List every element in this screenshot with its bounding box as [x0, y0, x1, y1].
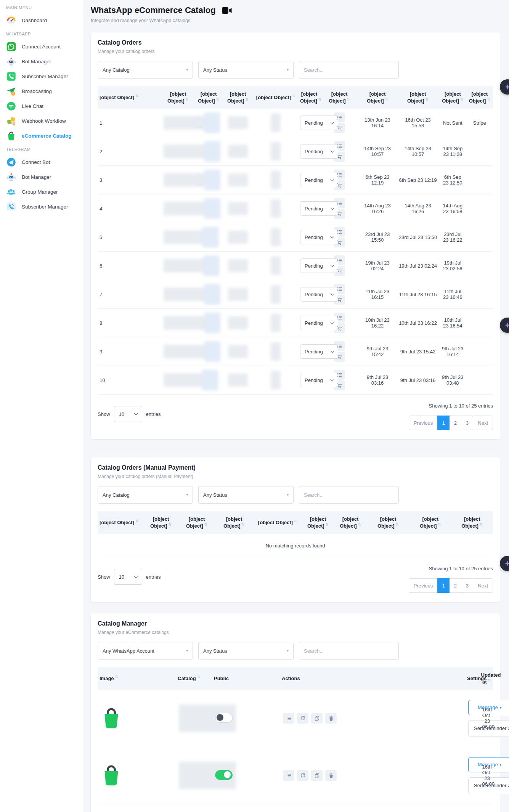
- catalog-filter-select[interactable]: Any Catalog ▾: [98, 61, 193, 79]
- column-header[interactable]: Public⇅: [212, 667, 280, 690]
- table-header-row: [object Object]⇅[object Object]⇅[object …: [98, 86, 493, 109]
- buyer-blurred: [204, 112, 220, 133]
- next-page-button[interactable]: Next: [473, 578, 493, 593]
- status-filter-select[interactable]: Any Status ▾: [198, 486, 294, 504]
- column-header[interactable]: [object Object]⇅: [358, 86, 397, 109]
- column-header[interactable]: [object Object]⇅: [397, 86, 439, 109]
- sidebar-item-ecommerce-catalog[interactable]: eCommerce Catalog: [0, 128, 83, 143]
- list-icon: [337, 115, 342, 120]
- page-title: WhatsApp eCommerce Catalog: [91, 5, 216, 15]
- chevron-down-icon: [134, 574, 138, 578]
- column-header[interactable]: [object Object]⇅: [334, 511, 367, 534]
- column-header[interactable]: Image⇅: [98, 667, 176, 690]
- status-select[interactable]: Pending: [300, 230, 338, 244]
- column-header[interactable]: [object Object]⇅: [178, 511, 215, 534]
- sidebar-item-live-chat[interactable]: Live Chat: [0, 99, 83, 114]
- page-number-button[interactable]: 3: [461, 416, 473, 430]
- status-filter-select[interactable]: Any Status ▾: [198, 61, 294, 79]
- column-header[interactable]: [object Object]⇅: [302, 511, 334, 534]
- column-header[interactable]: [object Object]⇅: [143, 511, 178, 534]
- table-header-row: [object Object]⇅[object Object]⇅[object …: [98, 511, 493, 534]
- sidebar-item-bot-manager[interactable]: Bot Manager: [0, 54, 83, 69]
- column-header[interactable]: Settings⇅: [465, 667, 479, 690]
- column-header[interactable]: [object Object]⇅: [194, 86, 223, 109]
- whatsapp-account-filter-select[interactable]: Any WhatsApp Account ▾: [98, 642, 193, 660]
- status-select[interactable]: Pending: [300, 144, 338, 159]
- column-header[interactable]: [object Object]⇅: [367, 511, 409, 534]
- status-select[interactable]: Pending: [300, 316, 338, 330]
- currency-blurred: [271, 142, 281, 160]
- column-header[interactable]: [object Object]⇅: [253, 86, 298, 109]
- column-header[interactable]: [object Object]⇅: [298, 86, 320, 109]
- column-header[interactable]: [object Object]⇅: [223, 86, 253, 109]
- column-header[interactable]: [object Object]⇅: [215, 511, 253, 534]
- status-select[interactable]: Pending: [300, 287, 338, 302]
- show-label: Show: [98, 574, 110, 580]
- search-input[interactable]: [299, 486, 399, 504]
- cart-icon: [337, 125, 342, 131]
- delete-button[interactable]: [325, 770, 337, 781]
- refresh-button[interactable]: [297, 770, 308, 781]
- sidebar-item-group-manager[interactable]: Group Manager: [0, 185, 83, 199]
- status-select[interactable]: Pending: [300, 344, 338, 359]
- search-input[interactable]: [299, 642, 399, 660]
- chevron-down-icon: [331, 349, 334, 353]
- catalog-items-button[interactable]: [283, 713, 294, 724]
- per-page-select[interactable]: 10: [114, 569, 142, 585]
- column-header[interactable]: [object Object]⇅: [439, 86, 466, 109]
- video-camera-icon[interactable]: [222, 6, 232, 14]
- column-header[interactable]: [object Object]⇅: [466, 86, 493, 109]
- copy-icon: [314, 773, 320, 778]
- page-number-button[interactable]: 3: [461, 578, 473, 593]
- sidebar-item-subscriber-manager[interactable]: Subscriber Manager: [0, 69, 83, 84]
- sidebar-item-webhook-workflow[interactable]: Webhook Workflow: [0, 114, 83, 128]
- column-header[interactable]: [object Object]⇅: [320, 86, 358, 109]
- public-toggle[interactable]: [215, 770, 233, 780]
- row-number: 3: [98, 166, 162, 194]
- status-filter-select[interactable]: Any Status ▾: [198, 642, 294, 660]
- status-select[interactable]: Pending: [300, 201, 338, 216]
- column-header[interactable]: Actions⇅: [280, 667, 465, 690]
- public-toggle[interactable]: [215, 713, 233, 723]
- payment-method: [466, 223, 493, 252]
- column-header[interactable]: [object Object]⇅: [98, 511, 143, 534]
- column-header[interactable]: [object Object]⇅: [409, 511, 451, 534]
- status-select[interactable]: Pending: [300, 373, 338, 387]
- delete-button[interactable]: [325, 713, 337, 724]
- list-icon: [286, 716, 292, 721]
- search-input[interactable]: [299, 61, 399, 79]
- sidebar-item-broadcasting[interactable]: Broadcasting: [0, 84, 83, 99]
- table-footer: Show 10 entries Showing 1 to 10 of 25 en…: [98, 401, 493, 430]
- column-header[interactable]: [object Object]⇅: [451, 511, 493, 534]
- next-page-button[interactable]: Next: [473, 416, 493, 430]
- sort-icon: ⇅: [347, 97, 350, 101]
- sidebar-item-tg-bot-manager[interactable]: Bot Manager: [0, 170, 83, 185]
- sidebar-item-connect-account[interactable]: Connect Account: [0, 39, 83, 54]
- page-number-button[interactable]: 2: [449, 578, 461, 593]
- refresh-button[interactable]: [297, 713, 308, 724]
- updated-at: 19th Jul 23 02:24: [397, 252, 439, 280]
- catalog-items-button[interactable]: [283, 770, 294, 781]
- column-header[interactable]: [object Object]⇅: [98, 86, 162, 109]
- catalog-filter-select[interactable]: Any Catalog ▾: [98, 486, 193, 504]
- previous-page-button[interactable]: Previous: [409, 416, 438, 430]
- status-select[interactable]: Pending: [300, 173, 338, 187]
- per-page-select[interactable]: 10: [114, 406, 142, 422]
- catalog-image-bag-icon: [101, 763, 122, 787]
- column-header[interactable]: [object Object]⇅: [162, 86, 194, 109]
- status-select[interactable]: Pending: [300, 258, 338, 273]
- page-number-button[interactable]: 1: [437, 578, 450, 593]
- duplicate-button[interactable]: [311, 713, 323, 724]
- sidebar-item-dashboard[interactable]: Dashboard: [0, 13, 83, 28]
- previous-page-button[interactable]: Previous: [409, 578, 438, 593]
- page-number-button[interactable]: 1: [437, 416, 450, 430]
- chevron-down-icon: [331, 292, 334, 295]
- sidebar-item-connect-bot[interactable]: Connect Bot: [0, 155, 83, 170]
- column-header[interactable]: Catalog⇅: [176, 667, 212, 690]
- sidebar-item-tg-subscriber-manager[interactable]: Subscriber Manager: [0, 199, 83, 210]
- page-number-button[interactable]: 2: [449, 416, 461, 430]
- duplicate-button[interactable]: [311, 770, 323, 781]
- column-header[interactable]: [object Object]⇅: [253, 511, 302, 534]
- status-select[interactable]: Pending: [300, 116, 338, 130]
- ordered-at: 19th Jul 23 02:24: [358, 252, 397, 280]
